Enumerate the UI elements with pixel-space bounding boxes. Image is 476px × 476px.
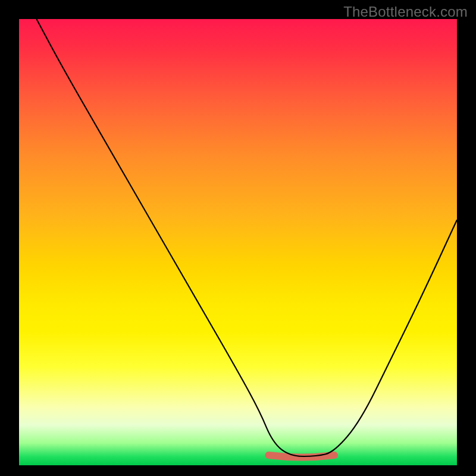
chart-area bbox=[19, 19, 457, 465]
curve-line bbox=[36, 19, 457, 456]
chart-svg bbox=[19, 19, 457, 465]
watermark-text: TheBottleneck.com bbox=[343, 4, 468, 20]
